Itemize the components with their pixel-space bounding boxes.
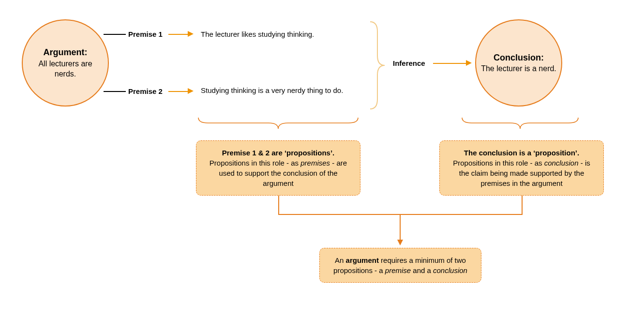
annotation-conclusion: The conclusion is a ‘proposition’. Propo…	[439, 140, 604, 196]
brace-under-premises	[196, 116, 360, 130]
ann-prem-text-em: premises	[300, 159, 330, 167]
annotation-conclusion-body: Propositions in this role - as conclusio…	[453, 159, 590, 187]
premise1-text: The lecturer likes studying thinking.	[201, 30, 314, 38]
ann-sum-strong: argument	[346, 256, 379, 264]
inference-label: Inference	[393, 59, 425, 67]
ann-conc-text-em: conclusion	[544, 159, 579, 167]
arrow-premise1	[168, 34, 188, 35]
premise2-label: Premise 2	[128, 87, 163, 95]
argument-body: All lecturers are nerds.	[28, 59, 103, 79]
connector-arrowhead-down	[397, 240, 403, 245]
brace-under-conclusion	[460, 116, 581, 130]
ann-prem-text-a: Propositions in this role - as	[210, 159, 300, 167]
connector-argument-premise2	[104, 91, 126, 92]
ann-sum-em2: conclusion	[433, 266, 467, 274]
ann-sum-em1: premise	[385, 266, 411, 274]
annotation-summary-body: An argument requires a minimum of two pr…	[333, 256, 467, 274]
ann-conc-text-a: Propositions in this role - as	[453, 159, 544, 167]
premise1-label: Premise 1	[128, 30, 163, 38]
annotation-premises-body: Propositions in this role - as premises …	[210, 159, 347, 187]
conclusion-body: The lecturer is a nerd.	[481, 63, 556, 74]
annotation-premises: Premise 1 & 2 are ‘propositions’. Propos…	[196, 140, 360, 196]
connector-v-from-premises	[278, 196, 279, 214]
ann-sum-a: An	[335, 256, 346, 264]
arrow-premise2	[168, 91, 188, 92]
annotation-summary: An argument requires a minimum of two pr…	[319, 248, 481, 283]
arrow-premise1-head	[188, 31, 194, 37]
connector-v-to-summary	[400, 214, 401, 241]
annotation-conclusion-title: The conclusion is a ‘proposition’.	[449, 148, 595, 158]
conclusion-circle: Conclusion: The lecturer is a nerd.	[475, 19, 562, 107]
premise2-text: Studying thinking is a very nerdy thing …	[201, 86, 351, 94]
argument-title: Argument:	[44, 46, 88, 58]
brace-premises	[368, 22, 387, 109]
annotation-premises-title: Premise 1 & 2 are ‘propositions’.	[205, 148, 351, 158]
arrow-inference	[433, 63, 466, 64]
connector-v-from-conclusion	[522, 196, 523, 214]
ann-sum-c: and a	[411, 266, 433, 274]
arrow-inference-head	[466, 60, 472, 66]
arrow-premise2-head	[188, 88, 194, 94]
connector-argument-premise1	[104, 34, 126, 35]
conclusion-title: Conclusion:	[494, 52, 544, 63]
argument-circle: Argument: All lecturers are nerds.	[22, 19, 109, 107]
